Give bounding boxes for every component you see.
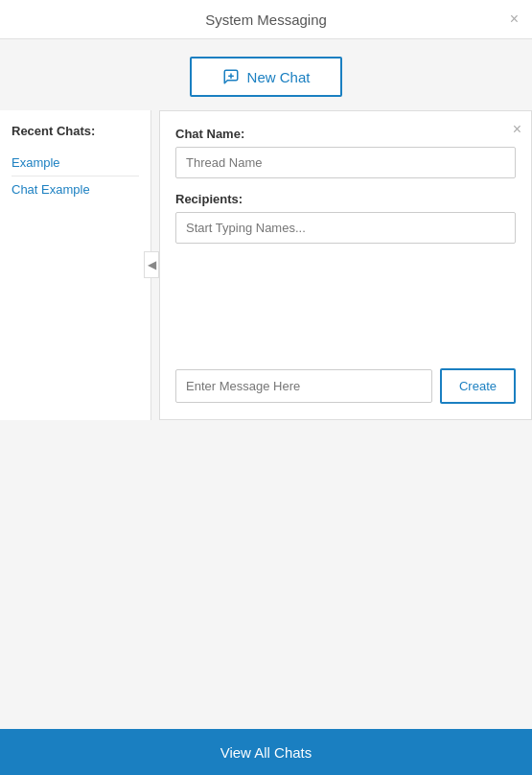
create-button[interactable]: Create [440,368,516,404]
app-container: System Messaging × New Chat Recent Chats… [0,0,532,775]
chat-name-group: Chat Name: [175,127,516,178]
panel-spacer [175,257,516,355]
sidebar-item-example[interactable]: Example [12,150,139,176]
new-chat-icon [222,68,240,85]
header: System Messaging × [0,0,532,39]
recipients-group: Recipients: [175,192,516,244]
chat-panel: × Chat Name: Recipients: Create [159,110,532,420]
footer-label: View All Chats [220,744,312,761]
recipients-input[interactable] [175,212,516,244]
sidebar-title: Recent Chats: [12,124,139,138]
close-panel-icon[interactable]: × [513,121,521,138]
sidebar-item-chat-example[interactable]: Chat Example [12,176,139,202]
recipients-label: Recipients: [175,192,516,206]
chat-name-input[interactable] [175,147,516,178]
chat-name-label: Chat Name: [175,127,516,141]
sidebar: Recent Chats: Example Chat Example [0,110,151,420]
main-content: Recent Chats: Example Chat Example ◀ × C… [0,110,532,420]
message-input[interactable] [175,369,432,403]
new-chat-label: New Chat [247,69,311,85]
footer[interactable]: View All Chats [0,729,532,775]
header-title: System Messaging [205,12,327,28]
new-chat-section: New Chat [0,39,532,110]
collapse-arrow[interactable]: ◀ [144,251,159,278]
content-spacer [0,420,532,730]
close-header-icon[interactable]: × [510,11,519,28]
message-section: Create [175,368,516,404]
new-chat-button[interactable]: New Chat [190,57,343,97]
